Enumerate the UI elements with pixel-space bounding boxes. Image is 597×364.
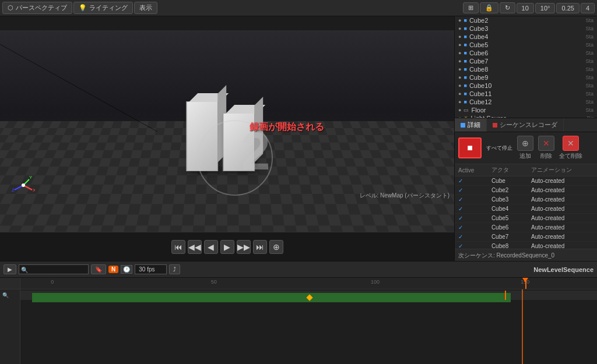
outliner-item[interactable]: ● ■ Cube7 Sta: [455, 57, 597, 65]
eye-icon: ●: [458, 42, 461, 48]
num1-btn[interactable]: 10: [517, 3, 534, 13]
scene: 2 録画が開始される X Y Z レ: [0, 30, 454, 232]
play-back-btn[interactable]: ◀: [204, 240, 218, 254]
outliner-item[interactable]: ● ■ Cube6 Sta: [455, 49, 597, 57]
cube-icon: ■: [463, 91, 466, 97]
table-row[interactable]: ✓ Cube6 Auto-created: [455, 223, 597, 232]
eye-icon: ●: [458, 91, 461, 97]
timeline-area[interactable]: 🔍 0 50 100 150: [0, 278, 597, 364]
keyframe[interactable]: [306, 294, 312, 301]
seq-area: ▶ 🔍 🔖 N 🕐 30 fps ⤴ NewLevelSequence 🔍: [0, 261, 597, 364]
goto-start-btn[interactable]: ⏮: [171, 240, 185, 254]
tab-dot-seq: [493, 123, 497, 128]
col-actor: アクタ: [488, 164, 528, 176]
table-row[interactable]: ✓ Cube5 Auto-created: [455, 214, 597, 223]
seq-search-input[interactable]: [19, 264, 89, 274]
tick-label-100: 100: [371, 279, 380, 285]
delete-all-btn[interactable]: ✕ 全て削除: [559, 136, 582, 160]
outliner-item[interactable]: ● ■ Cube4 Sta: [455, 33, 597, 41]
eye-icon: ●: [458, 99, 461, 105]
search-label-icon: 🔍: [2, 292, 9, 298]
curve-btn[interactable]: ⤴: [169, 264, 180, 274]
delete-btn[interactable]: ✕ 削除: [538, 136, 554, 160]
timeline-ruler: 0 50 100 150: [20, 278, 597, 289]
add-btn[interactable]: ⊕ 追加: [517, 136, 533, 160]
svg-line-0: [0, 44, 175, 132]
eye-icon: ●: [458, 26, 461, 31]
outliner-item[interactable]: ● ■ Cube2 Sta: [455, 16, 597, 24]
n-badge: N: [108, 266, 118, 273]
snap-btn[interactable]: 🔒: [480, 2, 498, 13]
table-row[interactable]: ✓ Cube8 Auto-created: [455, 242, 597, 249]
outliner-item[interactable]: ● ■ Cube10 Sta: [455, 82, 597, 90]
cube-icon: ■: [463, 26, 466, 31]
svg-point-8: [22, 183, 25, 187]
outliner-item[interactable]: ● ■ Cube11 Sta: [455, 90, 597, 98]
level-info: レベル: NewMap (パーシスタント): [360, 192, 449, 200]
rotate-btn[interactable]: ↻: [500, 2, 515, 13]
play-btn[interactable]: ▶: [220, 240, 234, 254]
xyz-gizmo: X Y Z: [12, 174, 35, 197]
table-row[interactable]: ✓ Cube Auto-created: [455, 176, 597, 186]
floor-icon: ▭: [463, 107, 469, 113]
clock-btn[interactable]: 🕐: [121, 265, 132, 274]
svg-text:Z: Z: [12, 188, 15, 193]
tab-dot-details: [461, 123, 465, 128]
clock-icon: 🕐: [123, 266, 130, 273]
num2-btn[interactable]: 10°: [535, 3, 556, 13]
frame-fwd-btn[interactable]: ▶▶: [237, 240, 251, 254]
seq-title: NewLevelSequence: [533, 266, 594, 273]
delete-icon: ✕: [538, 136, 554, 151]
num3-btn[interactable]: 4: [581, 3, 595, 13]
stop-icon: ■: [467, 143, 473, 153]
playhead-full: [522, 289, 523, 364]
lines-overlay: [0, 44, 175, 132]
search-area: 🔍: [19, 264, 89, 274]
viewport[interactable]: 2 録画が開始される X Y Z レ: [0, 16, 454, 261]
outliner-item[interactable]: ● ■ Cube5 Sta: [455, 41, 597, 49]
check-icon: ✓: [458, 234, 463, 240]
add-icon: ⊕: [517, 136, 533, 151]
cube-icon: ■: [463, 58, 466, 64]
outliner-item[interactable]: ● ▭ Floor Sta: [455, 106, 597, 114]
seq-recorder-panel: ■ すべて停止 ⊕ 追加 ✕ 削除 ✕ 全て削除: [455, 132, 597, 261]
tick-label-50: 50: [211, 279, 217, 285]
goto-end-btn[interactable]: ⏭: [253, 240, 267, 254]
outliner-item[interactable]: ● ■ Cube3 Sta: [455, 24, 597, 33]
eye-icon: ●: [458, 107, 461, 113]
grid-icon-btn[interactable]: ⊞: [463, 2, 479, 13]
timeline-labels: 🔍: [0, 278, 20, 364]
perspective-btn[interactable]: ⬡ パースペクティブ: [2, 2, 72, 14]
tab-sequence-recorder[interactable]: シーケンスレコーダ: [487, 118, 564, 132]
tab-details[interactable]: 詳細: [455, 118, 487, 132]
check-icon: ✓: [458, 224, 463, 231]
outliner-item[interactable]: ● ■ Cube8 Sta: [455, 65, 597, 73]
table-row[interactable]: ✓ Cube7 Auto-created: [455, 232, 597, 242]
lighting-btn[interactable]: 💡 ライティング: [73, 2, 133, 14]
sub-sequence: 次シーケンス: RecordedSequence_0: [455, 249, 597, 261]
top-toolbar: ⬡ パースペクティブ 💡 ライティング 表示 ⊞ 🔒 ↻ 10 10° 0.25…: [0, 0, 597, 16]
display-btn[interactable]: 表示: [134, 2, 157, 14]
table-row[interactable]: ✓ Cube3 Auto-created: [455, 195, 597, 204]
outliner-item[interactable]: ● ■ Cube9 Sta: [455, 73, 597, 82]
right-panel: ● ■ Cube2 Sta ● ■ Cube3 Sta ● ■ Cube4 St…: [454, 16, 597, 261]
bookmark-btn[interactable]: 🔖: [91, 264, 106, 274]
table-row[interactable]: ✓ Cube2 Auto-created: [455, 186, 597, 195]
cube-icon: ■: [463, 99, 466, 105]
playhead-arrow: [522, 278, 528, 282]
eye-icon: ●: [458, 50, 461, 56]
tick-label-0: 0: [51, 279, 54, 285]
stop-all-btn[interactable]: ■: [458, 137, 482, 158]
vp-bottom-toolbar: ⏮ ◀◀ ◀ ▶ ▶▶ ⏭ ⊕: [0, 232, 454, 261]
cube-icon: ■: [463, 34, 466, 40]
eye-icon: ●: [458, 75, 461, 80]
add-key-btn[interactable]: ⊕: [269, 240, 283, 254]
cube-icon: ■: [463, 17, 466, 23]
table-row[interactable]: ✓ Cube4 Auto-created: [455, 204, 597, 214]
record-controls: ■ すべて停止 ⊕ 追加 ✕ 削除 ✕ 全て削除: [455, 132, 597, 164]
scale-btn[interactable]: 0.25: [556, 3, 579, 13]
frame-back-btn[interactable]: ◀◀: [188, 240, 202, 254]
seq-play-btn[interactable]: ▶: [3, 264, 16, 274]
outliner-item[interactable]: ● ☀ Light Source Dir: [455, 114, 597, 118]
outliner-item[interactable]: ● ■ Cube12 Sta: [455, 98, 597, 106]
